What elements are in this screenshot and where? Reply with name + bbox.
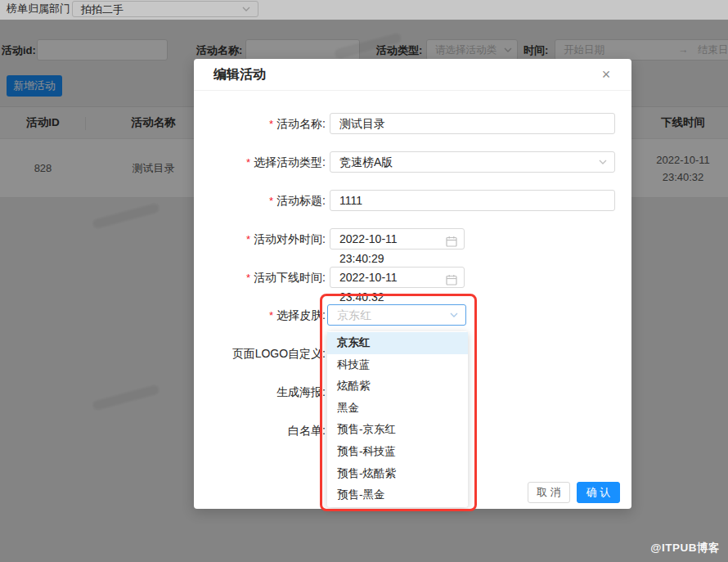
cancel-button[interactable]: 取 消 bbox=[528, 482, 570, 503]
start-time-field[interactable]: 2022-10-11 23:40:29 bbox=[330, 228, 465, 250]
field-activity-title: *活动标题: 1111 bbox=[194, 190, 631, 211]
chevron-down-icon bbox=[450, 312, 458, 317]
activity-type-field-select[interactable]: 竞速榜A版 bbox=[330, 151, 615, 173]
dropdown-option[interactable]: 预售-科技蓝 bbox=[327, 441, 468, 463]
modal-title: 编辑活动 bbox=[213, 59, 266, 90]
required-mark: * bbox=[246, 233, 250, 245]
whitelist-field-label: 白名单: bbox=[288, 420, 326, 441]
activity-title-field-label: 活动标题: bbox=[276, 194, 326, 207]
logo-field-label: 页面LOGO自定义: bbox=[232, 343, 326, 364]
required-mark: * bbox=[269, 195, 273, 207]
activity-title-field[interactable]: 1111 bbox=[330, 190, 615, 211]
modal-mask-top bbox=[0, 0, 728, 20]
calendar-icon bbox=[446, 272, 457, 283]
activity-name-field[interactable]: 测试目录 bbox=[330, 113, 615, 134]
dropdown-option[interactable]: 京东红 bbox=[327, 332, 468, 354]
dropdown-option[interactable]: 预售-黑金 bbox=[327, 484, 468, 506]
required-mark: * bbox=[246, 272, 250, 284]
required-mark: * bbox=[269, 309, 273, 321]
site-watermark: @ITPUB博客 bbox=[650, 541, 720, 555]
activity-name-field-label: 活动名称: bbox=[276, 117, 326, 130]
skin-select[interactable]: 京东红 bbox=[327, 304, 466, 326]
close-icon[interactable]: × bbox=[597, 65, 615, 83]
dropdown-option[interactable]: 预售-炫酷紫 bbox=[327, 463, 468, 485]
skin-dropdown-panel: 京东红科技蓝炫酷紫黑金预售-京东红预售-科技蓝预售-炫酷紫预售-黑金 bbox=[327, 331, 468, 507]
activity-type-field-label: 选择活动类型: bbox=[254, 155, 326, 169]
field-end-time: *活动下线时间: 2022-10-11 23:40:32 bbox=[194, 267, 631, 288]
dropdown-option[interactable]: 预售-京东红 bbox=[327, 419, 468, 441]
start-time-value: 2022-10-11 23:40:29 bbox=[339, 232, 398, 265]
calendar-icon bbox=[446, 233, 457, 245]
end-time-field-label: 活动下线时间: bbox=[254, 271, 326, 284]
start-time-field-label: 活动对外时间: bbox=[254, 232, 326, 245]
field-start-time: *活动对外时间: 2022-10-11 23:40:29 bbox=[194, 228, 631, 250]
skin-select-value: 京东红 bbox=[337, 308, 371, 321]
dropdown-option[interactable]: 炫酷紫 bbox=[327, 375, 468, 398]
dropdown-option[interactable]: 科技蓝 bbox=[327, 354, 468, 376]
activity-type-field-value: 竞速榜A版 bbox=[339, 155, 393, 169]
field-activity-name: *活动名称: 测试目录 bbox=[194, 113, 631, 134]
modal-header: 编辑活动 × bbox=[194, 59, 631, 91]
confirm-button[interactable]: 确 认 bbox=[577, 482, 620, 503]
skin-field-label: 选择皮肤: bbox=[276, 308, 326, 321]
required-mark: * bbox=[269, 118, 273, 130]
field-skin: *选择皮肤: 京东红 bbox=[194, 304, 631, 326]
poster-field-label: 生成海报: bbox=[276, 381, 326, 402]
end-time-value: 2022-10-11 23:40:32 bbox=[339, 271, 398, 303]
required-mark: * bbox=[246, 156, 250, 169]
dropdown-option[interactable]: 黑金 bbox=[327, 398, 468, 420]
end-time-field[interactable]: 2022-10-11 23:40:32 bbox=[330, 267, 465, 288]
chevron-down-icon bbox=[599, 160, 607, 164]
field-activity-type: *选择活动类型: 竞速榜A版 bbox=[194, 151, 631, 173]
